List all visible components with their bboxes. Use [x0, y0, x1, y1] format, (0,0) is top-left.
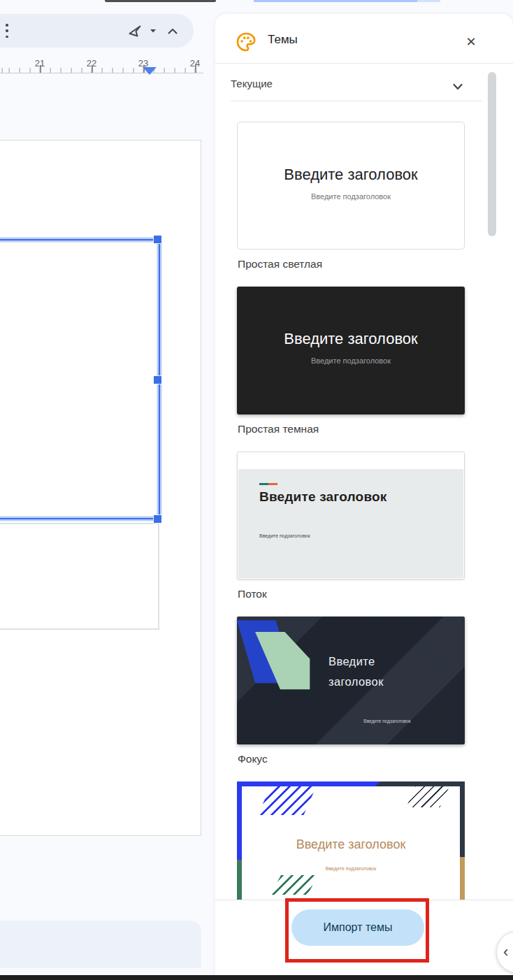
select-tool-icon[interactable]	[127, 22, 143, 39]
selection-handle-top-right[interactable]	[154, 236, 161, 243]
section-divider	[231, 101, 482, 101]
theme-slide-subtitle: Введите подзаголовок	[237, 866, 465, 871]
panel-scrollbar-thumb[interactable]	[488, 72, 496, 236]
theme-slide-title: Введите заголовок	[237, 837, 465, 852]
theme-slide-subtitle: Введите подзаголовок	[238, 192, 464, 201]
close-icon[interactable]: ✕	[461, 32, 481, 52]
theme-slide-subtitle: Введите подзаголовок	[342, 719, 433, 723]
hatch-lines-dark	[406, 786, 449, 807]
hatch-lines-blue	[258, 786, 317, 815]
frame-right-tan	[460, 857, 465, 900]
collapse-toolbar-icon[interactable]	[166, 24, 180, 38]
import-theme-button[interactable]: Импорт темы	[291, 909, 424, 946]
themes-panel: Темы ✕ Текущие Введите заголовок Введите…	[215, 14, 513, 980]
current-themes-label: Текущие	[231, 78, 273, 89]
panel-title: Темы	[268, 33, 298, 47]
theme-slide-title: Введите заголовок	[238, 166, 464, 184]
more-options-icon[interactable]	[6, 24, 8, 38]
accent-dashes	[259, 483, 277, 485]
theme-label: Простая темная	[238, 423, 319, 435]
chevron-down-icon[interactable]	[450, 79, 465, 94]
top-edge-dark-fragment	[105, 0, 216, 2]
theme-label: Поток	[238, 588, 267, 600]
top-edge-lightblue-fragment	[417, 0, 440, 2]
theme-slide-subtitle: Введите подзаголовок	[237, 356, 465, 365]
hatch-lines-green	[270, 875, 318, 895]
speaker-notes-area[interactable]	[0, 921, 201, 968]
frame-top-blue	[237, 781, 380, 786]
theme-card-flow[interactable]: Введите заголовок Введите подзаголовок	[237, 452, 465, 579]
theme-card-simple-light[interactable]: Введите заголовок Введите подзаголовок	[237, 122, 465, 250]
palette-icon	[235, 31, 257, 53]
theme-slide-title: Введите заголовок	[259, 489, 387, 505]
top-edge-blue-fragment	[254, 0, 417, 2]
theme-slide-subtitle: Введите подзаголовок	[259, 533, 310, 538]
selection-handle-middle-right[interactable]	[154, 376, 161, 384]
toolbar	[0, 14, 194, 48]
select-tool-caret-icon[interactable]	[147, 25, 159, 36]
ruler-major-tick	[92, 65, 93, 73]
google-slides-screen: 21 22 23 24 Темы ✕ Текущие	[0, 0, 513, 980]
theme-label: Фокус	[238, 753, 268, 765]
ruler: 21 22 23 24	[0, 56, 203, 73]
theme-card-framed[interactable]: Введите заголовок Введите подзаголовок	[237, 781, 465, 900]
theme-card-simple-dark[interactable]: Введите заголовок Введите подзаголовок	[237, 287, 465, 415]
theme-label: Простая светлая	[238, 258, 322, 271]
selection-handle-bottom-right[interactable]	[154, 515, 161, 523]
theme-slide-body	[238, 469, 463, 578]
theme-slide-title: Введите заголовок	[237, 330, 465, 348]
ruler-major-tick	[195, 65, 196, 73]
theme-card-focus[interactable]: Введите заголовок Введите подзаголовок	[237, 617, 465, 744]
ruler-indent-marker[interactable]	[143, 67, 157, 75]
header-divider	[215, 63, 513, 64]
subtitle-placeholder[interactable]	[0, 523, 159, 630]
theme-slide-title: Введите заголовок	[328, 651, 384, 692]
selected-placeholder[interactable]	[0, 239, 160, 519]
bottom-edge-bar	[0, 975, 513, 980]
ruler-major-tick	[40, 65, 41, 73]
